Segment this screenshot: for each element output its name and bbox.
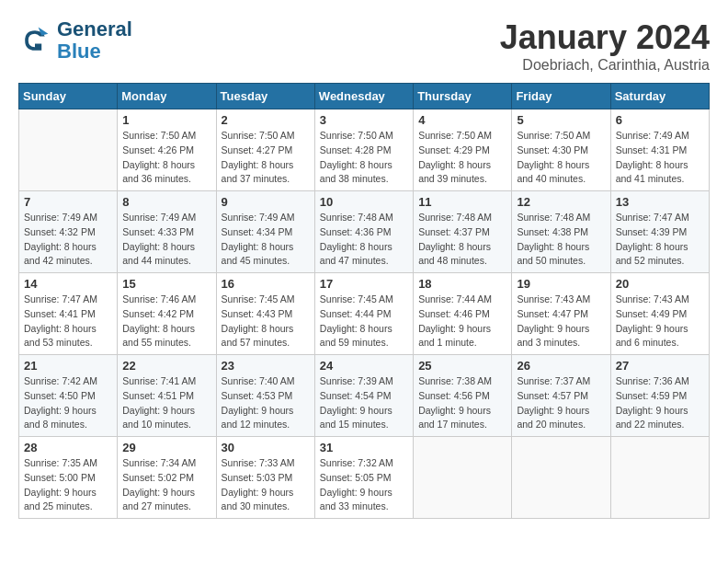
calendar-week-row: 21 Sunrise: 7:42 AM Sunset: 4:50 PM Dayl… xyxy=(19,355,710,437)
logo: General Blue xyxy=(18,18,132,63)
day-info: Sunrise: 7:48 AM Sunset: 4:38 PM Dayligh… xyxy=(517,211,605,269)
calendar-cell: 19 Sunrise: 7:43 AM Sunset: 4:47 PM Dayl… xyxy=(512,273,610,355)
calendar-cell: 12 Sunrise: 7:48 AM Sunset: 4:38 PM Dayl… xyxy=(512,191,610,273)
day-info: Sunrise: 7:49 AM Sunset: 4:33 PM Dayligh… xyxy=(122,211,210,269)
day-info: Sunrise: 7:47 AM Sunset: 4:41 PM Dayligh… xyxy=(24,293,112,350)
calendar-cell: 26 Sunrise: 7:37 AM Sunset: 4:57 PM Dayl… xyxy=(512,355,610,437)
day-number: 18 xyxy=(418,277,506,291)
calendar-week-row: 7 Sunrise: 7:49 AM Sunset: 4:32 PM Dayli… xyxy=(19,191,710,273)
day-info: Sunrise: 7:49 AM Sunset: 4:31 PM Dayligh… xyxy=(616,129,704,187)
calendar-cell: 4 Sunrise: 7:50 AM Sunset: 4:29 PM Dayli… xyxy=(414,109,512,191)
main-title: January 2024 xyxy=(500,18,710,57)
title-block: January 2024 Doebriach, Carinthia, Austr… xyxy=(500,18,710,74)
day-number: 5 xyxy=(517,113,605,127)
day-info: Sunrise: 7:44 AM Sunset: 4:46 PM Dayligh… xyxy=(418,293,506,350)
day-info: Sunrise: 7:48 AM Sunset: 4:37 PM Dayligh… xyxy=(418,211,506,269)
calendar-header-row: SundayMondayTuesdayWednesdayThursdayFrid… xyxy=(19,84,710,109)
calendar-cell: 9 Sunrise: 7:49 AM Sunset: 4:34 PM Dayli… xyxy=(216,191,314,273)
day-info: Sunrise: 7:50 AM Sunset: 4:26 PM Dayligh… xyxy=(122,129,210,187)
calendar-cell: 5 Sunrise: 7:50 AM Sunset: 4:30 PM Dayli… xyxy=(512,109,610,191)
calendar-cell: 27 Sunrise: 7:36 AM Sunset: 4:59 PM Dayl… xyxy=(610,355,709,437)
calendar-cell: 3 Sunrise: 7:50 AM Sunset: 4:28 PM Dayli… xyxy=(314,109,413,191)
day-info: Sunrise: 7:50 AM Sunset: 4:30 PM Dayligh… xyxy=(517,129,605,187)
calendar-cell: 14 Sunrise: 7:47 AM Sunset: 4:41 PM Dayl… xyxy=(19,273,118,355)
day-number: 31 xyxy=(320,441,408,454)
calendar-cell: 22 Sunrise: 7:41 AM Sunset: 4:51 PM Dayl… xyxy=(118,355,216,437)
day-number: 8 xyxy=(122,195,210,209)
calendar-day-header: Friday xyxy=(512,84,610,109)
day-info: Sunrise: 7:43 AM Sunset: 4:47 PM Dayligh… xyxy=(517,293,605,350)
calendar-cell: 24 Sunrise: 7:39 AM Sunset: 4:54 PM Dayl… xyxy=(314,355,413,437)
day-number: 20 xyxy=(616,277,704,291)
page-header: General Blue January 2024 Doebriach, Car… xyxy=(18,18,710,74)
calendar-day-header: Thursday xyxy=(414,84,512,109)
day-info: Sunrise: 7:39 AM Sunset: 4:54 PM Dayligh… xyxy=(320,374,408,432)
calendar-cell: 30 Sunrise: 7:33 AM Sunset: 5:03 PM Dayl… xyxy=(216,437,314,519)
calendar-week-row: 1 Sunrise: 7:50 AM Sunset: 4:26 PM Dayli… xyxy=(19,109,710,191)
day-number: 22 xyxy=(122,359,210,373)
day-info: Sunrise: 7:36 AM Sunset: 4:59 PM Dayligh… xyxy=(616,374,704,432)
day-number: 26 xyxy=(517,359,605,373)
calendar-cell: 18 Sunrise: 7:44 AM Sunset: 4:46 PM Dayl… xyxy=(414,273,512,355)
day-number: 1 xyxy=(122,113,210,127)
day-number: 16 xyxy=(222,277,310,291)
day-number: 2 xyxy=(222,113,310,127)
day-info: Sunrise: 7:46 AM Sunset: 4:42 PM Dayligh… xyxy=(122,293,210,350)
logo-icon xyxy=(18,24,51,57)
day-info: Sunrise: 7:43 AM Sunset: 4:49 PM Dayligh… xyxy=(616,293,704,350)
day-info: Sunrise: 7:50 AM Sunset: 4:27 PM Dayligh… xyxy=(222,129,310,187)
day-info: Sunrise: 7:47 AM Sunset: 4:39 PM Dayligh… xyxy=(616,211,704,269)
calendar-cell: 10 Sunrise: 7:48 AM Sunset: 4:36 PM Dayl… xyxy=(314,191,413,273)
day-number: 28 xyxy=(24,441,112,454)
calendar-cell: 15 Sunrise: 7:46 AM Sunset: 4:42 PM Dayl… xyxy=(118,273,216,355)
calendar-cell: 23 Sunrise: 7:40 AM Sunset: 4:53 PM Dayl… xyxy=(216,355,314,437)
calendar-cell: 13 Sunrise: 7:47 AM Sunset: 4:39 PM Dayl… xyxy=(610,191,709,273)
calendar-cell: 20 Sunrise: 7:43 AM Sunset: 4:49 PM Dayl… xyxy=(610,273,709,355)
day-info: Sunrise: 7:48 AM Sunset: 4:36 PM Dayligh… xyxy=(320,211,408,269)
day-number: 14 xyxy=(24,277,112,291)
calendar-cell: 7 Sunrise: 7:49 AM Sunset: 4:32 PM Dayli… xyxy=(19,191,118,273)
day-number: 7 xyxy=(24,195,112,209)
calendar-cell: 17 Sunrise: 7:45 AM Sunset: 4:44 PM Dayl… xyxy=(314,273,413,355)
day-number: 30 xyxy=(222,441,310,454)
day-number: 13 xyxy=(616,195,704,209)
calendar-week-row: 14 Sunrise: 7:47 AM Sunset: 4:41 PM Dayl… xyxy=(19,273,710,355)
day-info: Sunrise: 7:42 AM Sunset: 4:50 PM Dayligh… xyxy=(24,374,112,432)
logo-text: General Blue xyxy=(57,18,132,63)
day-number: 10 xyxy=(320,195,408,209)
calendar-day-header: Wednesday xyxy=(314,84,413,109)
calendar-cell: 8 Sunrise: 7:49 AM Sunset: 4:33 PM Dayli… xyxy=(118,191,216,273)
day-info: Sunrise: 7:49 AM Sunset: 4:32 PM Dayligh… xyxy=(24,211,112,269)
day-info: Sunrise: 7:34 AM Sunset: 5:02 PM Dayligh… xyxy=(122,456,210,514)
calendar-cell xyxy=(610,437,709,519)
day-number: 4 xyxy=(418,113,506,127)
calendar-cell: 25 Sunrise: 7:38 AM Sunset: 4:56 PM Dayl… xyxy=(414,355,512,437)
day-info: Sunrise: 7:49 AM Sunset: 4:34 PM Dayligh… xyxy=(222,211,310,269)
calendar-cell: 29 Sunrise: 7:34 AM Sunset: 5:02 PM Dayl… xyxy=(118,437,216,519)
calendar-table: SundayMondayTuesdayWednesdayThursdayFrid… xyxy=(18,83,710,519)
subtitle: Doebriach, Carinthia, Austria xyxy=(500,57,710,74)
day-number: 17 xyxy=(320,277,408,291)
calendar-day-header: Monday xyxy=(118,84,216,109)
day-number: 21 xyxy=(24,359,112,373)
day-number: 23 xyxy=(222,359,310,373)
day-number: 24 xyxy=(320,359,408,373)
calendar-cell xyxy=(512,437,610,519)
day-info: Sunrise: 7:45 AM Sunset: 4:44 PM Dayligh… xyxy=(320,293,408,350)
calendar-week-row: 28 Sunrise: 7:35 AM Sunset: 5:00 PM Dayl… xyxy=(19,437,710,519)
day-info: Sunrise: 7:33 AM Sunset: 5:03 PM Dayligh… xyxy=(222,456,310,514)
day-info: Sunrise: 7:50 AM Sunset: 4:29 PM Dayligh… xyxy=(418,129,506,187)
calendar-cell: 1 Sunrise: 7:50 AM Sunset: 4:26 PM Dayli… xyxy=(118,109,216,191)
calendar-cell: 28 Sunrise: 7:35 AM Sunset: 5:00 PM Dayl… xyxy=(19,437,118,519)
day-number: 25 xyxy=(418,359,506,373)
day-number: 29 xyxy=(122,441,210,454)
calendar-cell xyxy=(414,437,512,519)
calendar-day-header: Tuesday xyxy=(216,84,314,109)
calendar-cell: 11 Sunrise: 7:48 AM Sunset: 4:37 PM Dayl… xyxy=(414,191,512,273)
calendar-cell: 31 Sunrise: 7:32 AM Sunset: 5:05 PM Dayl… xyxy=(314,437,413,519)
day-number: 15 xyxy=(122,277,210,291)
day-number: 11 xyxy=(418,195,506,209)
day-number: 19 xyxy=(517,277,605,291)
day-number: 6 xyxy=(616,113,704,127)
calendar-cell: 6 Sunrise: 7:49 AM Sunset: 4:31 PM Dayli… xyxy=(610,109,709,191)
